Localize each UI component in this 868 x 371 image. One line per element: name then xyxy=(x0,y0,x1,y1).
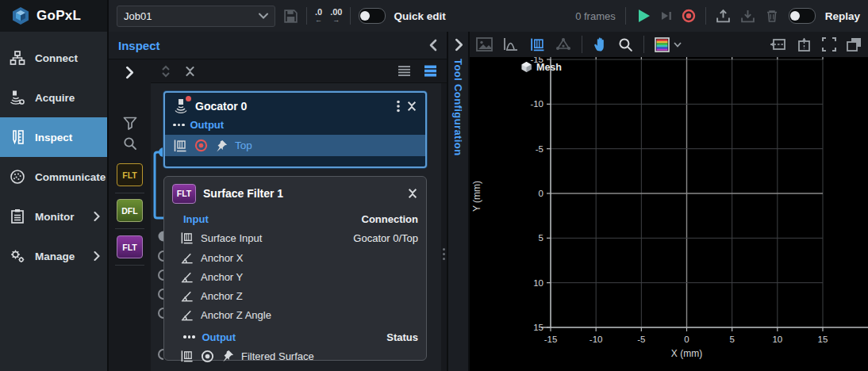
image-view-icon[interactable] xyxy=(476,37,493,52)
divider xyxy=(625,7,626,25)
svg-text:10: 10 xyxy=(772,335,782,344)
reorder-tools-icon[interactable] xyxy=(160,65,171,78)
block-menu-icon[interactable] xyxy=(397,100,400,113)
collapse-all-icon[interactable] xyxy=(184,65,196,78)
svg-text:0: 0 xyxy=(539,189,543,198)
job-select[interactable]: Job01 xyxy=(117,6,275,27)
replay-toggle[interactable] xyxy=(789,8,816,24)
sidebar-item-communicate[interactable]: Communicate xyxy=(0,157,107,197)
expand-strip-icon[interactable] xyxy=(109,66,151,79)
delete-recording-icon[interactable] xyxy=(765,9,779,23)
colormap-select[interactable] xyxy=(655,37,682,52)
record-output-icon[interactable] xyxy=(194,139,208,152)
sidebar-item-monitor[interactable]: Monitor xyxy=(0,197,107,236)
fit-height-icon[interactable] xyxy=(797,37,812,52)
record-button[interactable] xyxy=(682,9,696,23)
sidebar-item-acquire[interactable]: Acquire xyxy=(0,78,107,117)
sidebar-item-label: Communicate xyxy=(35,171,106,183)
surface-input-row[interactable]: Surface Input Gocator 0/Top xyxy=(164,229,426,247)
job-select-value: Job01 xyxy=(124,10,152,22)
status-column-label: Status xyxy=(386,331,418,343)
pin-icon[interactable] xyxy=(215,140,228,152)
sidebar-item-manage[interactable]: Manage xyxy=(0,236,107,276)
tool-graph-canvas[interactable]: Gocator 0 Output xyxy=(151,83,441,371)
step-forward-button[interactable] xyxy=(661,10,672,21)
anchor-z-row[interactable]: Anchor Z xyxy=(164,287,426,304)
input-section-label: Input xyxy=(183,213,209,225)
increase-decimals-button[interactable]: .00 → xyxy=(330,8,342,24)
zoom-tool-icon[interactable] xyxy=(618,37,633,52)
brand-name: GoPxL xyxy=(36,8,81,24)
pan-tool-icon[interactable] xyxy=(593,36,608,52)
tool-badge-dfl-green[interactable]: DFL xyxy=(109,199,151,222)
data-viewer: -15-10-5051015-15-10-5051015 Mesh X (mm)… xyxy=(470,32,868,371)
anchor-icon xyxy=(180,308,194,322)
svg-text:-15: -15 xyxy=(544,335,558,344)
gocator-output-row-top[interactable]: Top xyxy=(165,135,425,156)
tool-config-title: Tool Configuration xyxy=(452,59,464,156)
play-button[interactable] xyxy=(636,8,651,24)
svg-text:15: 15 xyxy=(818,335,828,344)
sidebar-item-inspect[interactable]: Inspect xyxy=(0,117,107,157)
divider xyxy=(582,36,582,53)
anchor-x-row[interactable]: Anchor X xyxy=(164,249,426,266)
block-view-icon[interactable] xyxy=(424,65,437,77)
surface-view-icon[interactable] xyxy=(529,37,545,52)
surface-filter-tool-block[interactable]: FLT Surface Filter 1 Input Connection Su… xyxy=(163,176,427,361)
anchor-z-angle-row[interactable]: Anchor Z Angle xyxy=(164,306,426,323)
panel-scrollbar[interactable] xyxy=(441,83,447,371)
inspect-panel: Inspect FLT DFL FLT xyxy=(109,32,448,371)
mesh-plot: -15-10-5051015-15-10-5051015 xyxy=(470,57,868,371)
save-job-icon[interactable] xyxy=(283,9,298,24)
record-output-icon[interactable] xyxy=(201,350,214,363)
list-view-icon[interactable] xyxy=(398,65,411,77)
filtered-surface-row[interactable]: Filtered Surface xyxy=(164,347,426,365)
tool-badge-flt-purple[interactable]: FLT xyxy=(109,235,151,258)
sidebar-item-label: Manage xyxy=(35,251,75,262)
fit-width-icon[interactable] xyxy=(770,37,786,52)
block-collapse-icon[interactable] xyxy=(407,188,418,199)
sidebar-item-label: Acquire xyxy=(35,92,75,104)
decrease-decimals-button[interactable]: .0 ← xyxy=(315,8,322,24)
filter-tools-icon[interactable] xyxy=(109,117,151,130)
replay-label: Replay xyxy=(825,10,860,22)
quick-edit-label: Quick edit xyxy=(394,10,445,22)
quick-edit-toggle[interactable] xyxy=(359,8,386,24)
expand-tool-config-icon[interactable] xyxy=(455,38,463,52)
export-recording-icon[interactable] xyxy=(716,9,731,24)
mesh-view-icon[interactable] xyxy=(555,37,571,52)
chevron-down-icon xyxy=(259,13,268,19)
profile-view-icon[interactable] xyxy=(503,37,519,52)
anchor-icon xyxy=(180,289,194,303)
panel-title: Inspect xyxy=(118,39,160,52)
gocator-tool-block[interactable]: Gocator 0 Output xyxy=(163,91,427,168)
tool-configuration-collapsed-panel[interactable]: Tool Configuration xyxy=(448,32,470,371)
import-recording-icon[interactable] xyxy=(740,9,755,24)
x-axis-label: X (mm) xyxy=(551,348,823,359)
surface-data-icon xyxy=(173,139,187,153)
sidebar-item-label: Inspect xyxy=(35,132,72,143)
scrollbar-handle[interactable] xyxy=(442,238,446,270)
manage-icon xyxy=(10,248,25,264)
mesh-legend: Mesh xyxy=(520,61,562,73)
search-tools-icon[interactable] xyxy=(109,136,151,151)
sidebar-item-connect[interactable]: Connect xyxy=(0,38,107,78)
svg-text:5: 5 xyxy=(539,233,543,243)
output-section-icon xyxy=(173,124,185,127)
fullscreen-icon[interactable] xyxy=(822,37,836,52)
output-row-label: Filtered Surface xyxy=(241,350,314,362)
communicate-icon xyxy=(10,169,25,185)
tool-badge-flt-gold[interactable]: FLT xyxy=(109,163,151,186)
divider xyxy=(306,7,307,25)
multi-view-layout-icon[interactable] xyxy=(847,37,862,52)
block-collapse-icon[interactable] xyxy=(406,101,417,112)
collapse-panel-icon[interactable] xyxy=(429,39,437,52)
mesh-viewport[interactable]: -15-10-5051015-15-10-5051015 Mesh X (mm)… xyxy=(470,57,868,371)
main-nav-sidebar: Connect Acquire Inspect Communicate xyxy=(0,32,109,371)
svg-text:5: 5 xyxy=(729,335,734,344)
viewer-toolbar xyxy=(470,32,868,57)
svg-text:15: 15 xyxy=(533,323,543,332)
svg-text:-5: -5 xyxy=(536,144,543,154)
pin-icon[interactable] xyxy=(221,350,234,362)
anchor-y-row[interactable]: Anchor Y xyxy=(164,268,426,285)
